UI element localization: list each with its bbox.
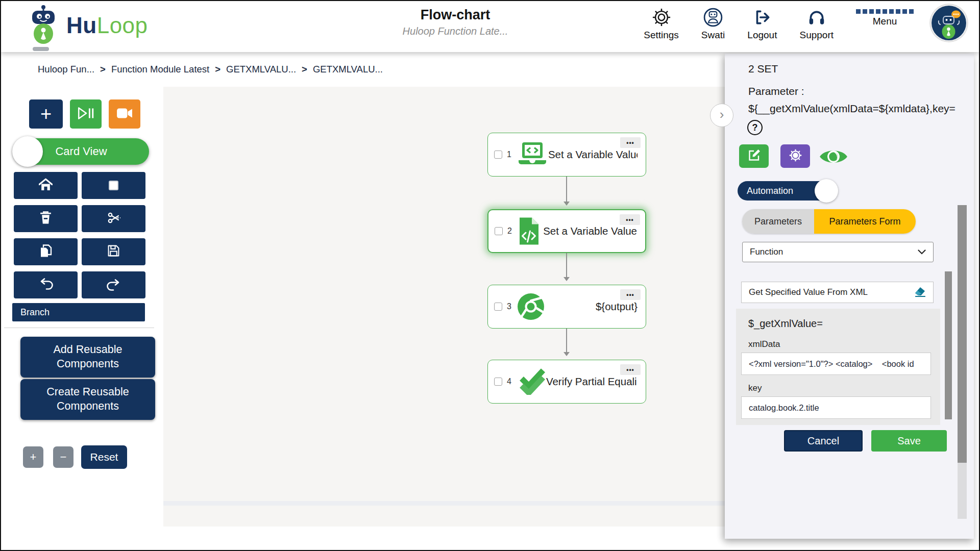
divider [4, 328, 154, 328]
expression-label: $_getXmlValue= [748, 318, 823, 330]
breadcrumb-item[interactable]: GETXMLVALU... [313, 64, 383, 75]
create-reusable-components-button[interactable]: Create Reusable Components [20, 379, 155, 420]
breadcrumb-item[interactable]: Huloop Fun... [38, 64, 94, 75]
node-menu-button[interactable]: ••• [620, 364, 641, 375]
action-search-field[interactable]: Get Specified Value From XML [741, 282, 934, 303]
action-search-value: Get Specified Value From XML [749, 287, 868, 297]
breadcrumb: Huloop Fun... > Function Module Latest >… [1, 52, 725, 87]
save-button[interactable]: Save [871, 430, 947, 452]
node-label: Set a Variable Value [548, 148, 638, 161]
flow-node-1[interactable]: ••• 1 Set a Variable Value [487, 133, 646, 177]
settings-button[interactable] [780, 144, 810, 168]
scissors-icon [107, 211, 121, 227]
automation-toggle[interactable]: Automation [738, 181, 837, 201]
toggle-knob[interactable] [12, 136, 43, 167]
help-icon[interactable]: ? [747, 120, 763, 135]
zoom-out-button[interactable]: − [53, 446, 74, 468]
flow-node-4[interactable]: ••• 4 Verify Partial Equali... [487, 360, 646, 404]
node-menu-button[interactable]: ••• [620, 137, 641, 148]
node-number: 2 [507, 227, 512, 236]
stop-icon [109, 181, 118, 190]
stop-button[interactable] [82, 172, 145, 199]
record-button[interactable] [109, 99, 140, 129]
header: HuLoop Flow-chart Huloop Function Late..… [1, 1, 979, 52]
page-title: Flow-chart [287, 7, 624, 23]
parameter-value: ${__getXmlValue(xmlData=${xmldata},key= [748, 103, 974, 115]
node-number: 4 [507, 377, 511, 386]
nav-logout[interactable]: Logout [747, 7, 777, 41]
key-input[interactable] [741, 396, 931, 419]
edit-button[interactable] [739, 144, 769, 168]
page-subtitle: Huloop Function Late... [287, 26, 624, 37]
avatar[interactable] [931, 5, 967, 41]
nav-settings[interactable]: Settings [644, 7, 679, 41]
canvas-strip [163, 501, 725, 506]
trash-icon [40, 211, 52, 226]
step-title: 2 SET [748, 63, 778, 75]
nav-support[interactable]: Support [799, 7, 834, 41]
collapse-panel-button[interactable]: › [710, 104, 733, 127]
tab-parameters[interactable]: Parameters [742, 209, 814, 234]
zoom-in-button[interactable]: + [23, 446, 43, 468]
node-label: Set a Variable Value [541, 225, 637, 237]
save-button[interactable] [82, 238, 145, 265]
branch-button[interactable]: Branch [12, 303, 145, 321]
node-checkbox[interactable] [494, 303, 502, 311]
add-reusable-components-button[interactable]: Add Reusable Components [20, 337, 155, 378]
function-dropdown-value: Function [750, 247, 783, 257]
node-checkbox[interactable] [495, 227, 503, 235]
nav-menu[interactable]: Menu [856, 7, 914, 41]
reset-zoom-button[interactable]: Reset [81, 445, 127, 469]
node-menu-button[interactable]: ••• [620, 214, 640, 225]
flow-node-2[interactable]: ••• 2 Set a Variable Value [487, 209, 646, 253]
node-number: 1 [507, 150, 511, 159]
node-menu-button[interactable]: ••• [620, 289, 641, 300]
scrollbar-track[interactable] [958, 463, 967, 519]
function-dropdown[interactable]: Function [742, 242, 934, 262]
cancel-button[interactable]: Cancel [784, 430, 863, 452]
chevron-right-icon: › [720, 107, 724, 122]
add-step-button[interactable]: + [29, 99, 63, 129]
breadcrumb-item[interactable]: GETXMLVALU... [226, 64, 296, 75]
flow-canvas[interactable]: ••• 1 Set a Variable Value ••• 2 [163, 87, 725, 527]
copy-button[interactable] [14, 238, 78, 265]
file-code-icon [517, 217, 541, 245]
gear-icon [652, 7, 671, 28]
floppy-save-icon [107, 244, 120, 259]
breadcrumb-separator: > [215, 64, 220, 75]
play-pause-icon [77, 106, 95, 122]
chrome-browser-icon [517, 292, 545, 321]
tab-parameters-form[interactable]: Parameters Form [814, 209, 916, 234]
card-view-toggle[interactable]: Card View [13, 138, 149, 165]
breadcrumb-separator: > [302, 64, 307, 75]
scrollbar-thumb-horizontal[interactable] [33, 47, 49, 51]
redo-button[interactable] [82, 271, 145, 298]
home-icon [39, 178, 53, 193]
delete-button[interactable] [14, 205, 78, 232]
scrollbar-thumb-vertical[interactable] [958, 205, 967, 463]
home-button[interactable] [14, 172, 78, 199]
robot-logo-icon [28, 5, 59, 46]
eraser-icon[interactable] [914, 286, 926, 299]
huloop-logo[interactable]: HuLoop [28, 5, 148, 46]
node-checkbox[interactable] [494, 151, 502, 159]
app-window: HuLoop Flow-chart Huloop Function Late..… [0, 0, 980, 551]
node-checkbox[interactable] [494, 378, 502, 386]
gear-icon [789, 148, 802, 164]
flow-node-3[interactable]: ••• 3 ${output} [487, 285, 646, 329]
chevron-down-icon [918, 247, 926, 257]
toggle-knob[interactable] [815, 179, 838, 203]
cut-button[interactable] [82, 205, 145, 232]
nav-user-swati[interactable]: Swati [701, 7, 725, 41]
header-nav: Settings Swati [644, 7, 914, 41]
undo-button[interactable] [14, 271, 78, 298]
play-pause-button[interactable] [70, 99, 102, 129]
preview-button[interactable] [819, 147, 848, 168]
copy-icon [40, 244, 52, 260]
xmldata-input[interactable] [741, 353, 931, 375]
scrollbar-thumb-vertical-inner[interactable] [945, 271, 952, 419]
node-label: Verify Partial Equali... [546, 375, 638, 388]
redo-icon [106, 279, 122, 291]
breadcrumb-item[interactable]: Function Module Latest [111, 64, 209, 75]
breadcrumb-separator: > [100, 64, 106, 75]
